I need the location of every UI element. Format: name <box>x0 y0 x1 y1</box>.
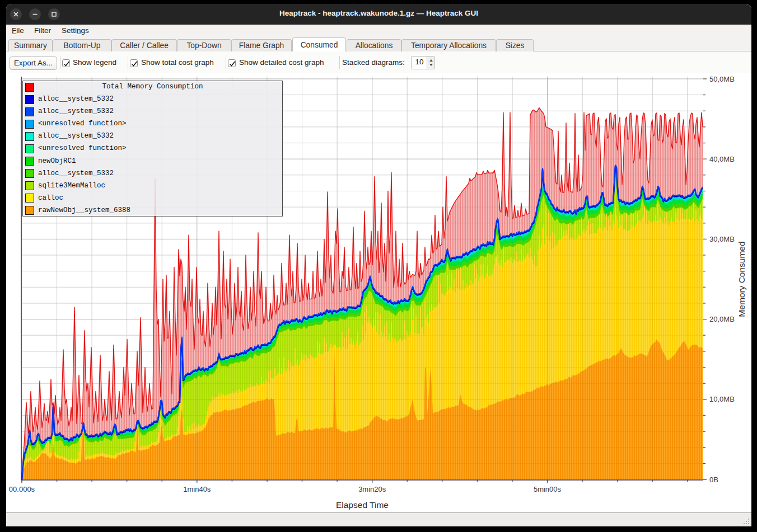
svg-text:Elapsed Time: Elapsed Time <box>336 500 389 510</box>
svg-text:0B: 0B <box>709 475 718 484</box>
svg-text:5min00s: 5min00s <box>534 485 562 493</box>
svg-text:10,0MB: 10,0MB <box>709 395 735 403</box>
svg-text:00.000s: 00.000s <box>9 485 35 493</box>
svg-text:1min40s: 1min40s <box>183 485 211 493</box>
svg-text:40,0MB: 40,0MB <box>709 155 735 163</box>
svg-text:50,0MB: 50,0MB <box>709 75 735 83</box>
svg-text:20,0MB: 20,0MB <box>709 315 735 323</box>
svg-text:3min20s: 3min20s <box>358 485 386 493</box>
svg-text:30,0MB: 30,0MB <box>709 235 735 243</box>
svg-text:Memory Consumed: Memory Consumed <box>737 241 746 317</box>
